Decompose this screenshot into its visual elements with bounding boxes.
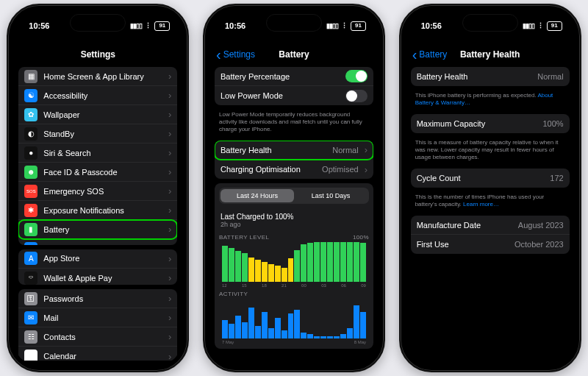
settings-row[interactable]: ●Siri & Search› — [18, 143, 177, 163]
settings-row[interactable]: ☷Contacts› — [18, 327, 177, 347]
row-label: Passwords — [43, 294, 162, 303]
bar — [242, 322, 248, 338]
row-label: Wallet & Apple Pay — [43, 274, 162, 283]
settings-row[interactable]: ✋Privacy & Security› — [18, 239, 177, 245]
settings-row[interactable]: ✱Exposure Notifications› — [18, 201, 177, 220]
status-time: 10:56 — [225, 21, 245, 30]
battery-indicator: 91 — [154, 21, 170, 31]
bar — [268, 328, 274, 338]
toggle-row: Low Power Mode — [215, 86, 373, 105]
dynamic-island — [70, 14, 126, 32]
bar — [229, 248, 234, 282]
page-title: Settings — [81, 49, 115, 60]
chart-title-activity: ACTIVITY — [219, 291, 248, 297]
settings-row[interactable]: ▦Home Screen & App Library› — [18, 67, 177, 86]
chevron-icon: › — [168, 313, 171, 322]
row-cycle-count: Cycle Count 172 — [411, 169, 570, 188]
bar — [340, 242, 346, 282]
settings-row[interactable]: ✉Mail› — [18, 308, 177, 327]
row-label: Exposure Notifications — [43, 206, 162, 215]
bar — [222, 246, 228, 282]
bar — [334, 242, 340, 282]
chevron-icon: › — [168, 352, 171, 361]
bar — [360, 312, 366, 338]
bar — [275, 318, 281, 338]
detail-row[interactable]: Battery HealthNormal› — [215, 141, 373, 160]
bar — [314, 336, 320, 338]
row-label: Battery Percentage — [220, 72, 340, 81]
bar — [255, 326, 261, 338]
time-range-segmented[interactable]: Last 24 Hours Last 10 Days — [219, 188, 369, 204]
row-value: October 2023 — [514, 240, 564, 249]
row-icon: ☻ — [24, 166, 37, 179]
row-label: Accessibility — [43, 91, 162, 100]
back-button[interactable]: Battery — [412, 49, 448, 60]
chevron-icon: › — [168, 206, 171, 214]
settings-row[interactable]: SOSEmergency SOS› — [18, 182, 177, 201]
bar — [307, 334, 313, 338]
toggle[interactable] — [345, 70, 368, 82]
value: 172 — [550, 174, 563, 182]
settings-row[interactable]: ⌔Wallet & Apple Pay› — [18, 269, 177, 285]
dynamic-island — [266, 14, 322, 32]
bar — [282, 268, 287, 282]
bar — [268, 264, 274, 282]
battery-level-chart — [219, 242, 369, 282]
settings-row[interactable]: ☯Accessibility› — [18, 86, 177, 105]
last-charged-title: Last Charged to 100% — [215, 208, 373, 221]
chevron-icon: › — [168, 187, 171, 195]
battery-indicator: 91 — [547, 21, 562, 31]
row-value: Normal — [332, 146, 358, 155]
bar — [288, 258, 294, 282]
status-time: 10:56 — [421, 21, 442, 30]
chevron-icon: › — [168, 294, 171, 302]
learn-more-link[interactable]: Learn more… — [463, 201, 499, 207]
bar — [222, 320, 228, 338]
row-label: Privacy & Security — [43, 244, 162, 245]
row-label: Siri & Search — [43, 149, 162, 157]
label: Maximum Capacity — [417, 119, 537, 128]
row-icon: ✱ — [24, 204, 37, 217]
row-label: Home Screen & App Library — [43, 72, 162, 81]
detail-row[interactable]: Charging OptimisationOptimised› — [215, 160, 373, 179]
bar — [354, 305, 359, 338]
row-label: Emergency SOS — [43, 187, 162, 196]
low-power-note: Low Power Mode temporarily reduces backg… — [215, 110, 373, 136]
settings-row[interactable]: ✿Wallpaper› — [18, 105, 177, 124]
bar — [282, 330, 287, 338]
back-button[interactable]: Settings — [216, 49, 255, 60]
settings-row[interactable]: AApp Store› — [18, 249, 177, 269]
chevron-icon: › — [168, 333, 171, 341]
seg-last10[interactable]: Last 10 Days — [294, 189, 368, 202]
toggle[interactable] — [345, 90, 368, 102]
row-icon: SOS — [24, 185, 37, 198]
chevron-icon: › — [168, 91, 171, 99]
bar — [307, 243, 313, 282]
row-icon: ⚿ — [24, 292, 37, 305]
bar — [294, 250, 300, 282]
settings-row[interactable]: ▦Calendar› — [18, 347, 177, 361]
row-label: Low Power Mode — [220, 91, 340, 100]
seg-last24[interactable]: Last 24 Hours — [220, 189, 294, 202]
bar — [294, 310, 300, 338]
info-row: Manufacture DateAugust 2023 — [411, 216, 570, 235]
row-label: Contacts — [43, 333, 162, 341]
bar — [248, 308, 254, 338]
row-label: Charging Optimisation — [220, 165, 316, 174]
row-label: Battery Health — [220, 146, 326, 155]
settings-row[interactable]: ☻Face ID & Passcode› — [18, 163, 177, 182]
bar — [347, 328, 353, 338]
bar — [235, 251, 241, 282]
settings-row[interactable]: ▮Battery› — [18, 220, 177, 239]
row-max-capacity: Maximum Capacity 100% — [411, 114, 570, 133]
settings-row[interactable]: ◐StandBy› — [18, 124, 177, 143]
chevron-icon: › — [168, 149, 171, 157]
wifi-icon: ⋮ — [145, 22, 151, 29]
value: Normal — [537, 72, 563, 81]
status-time: 10:56 — [29, 21, 49, 30]
chevron-icon: › — [168, 274, 171, 282]
bar — [229, 324, 234, 338]
signal-icon: ▮▮▯▯ — [523, 22, 534, 29]
row-icon: ▦ — [24, 70, 37, 83]
settings-row[interactable]: ⚿Passwords› — [18, 289, 177, 308]
